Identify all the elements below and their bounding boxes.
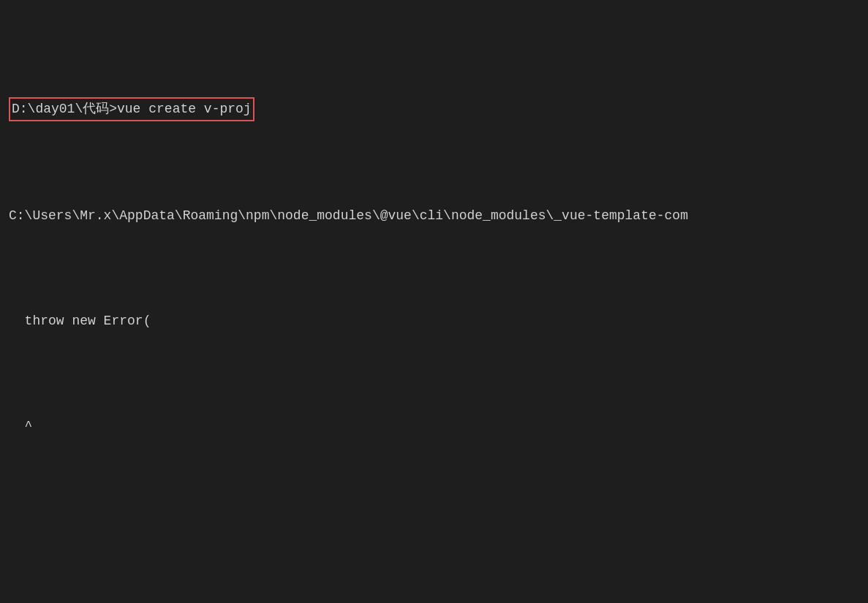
blank-line-1: [9, 521, 859, 542]
path-line: C:\Users\Mr.x\AppData\Roaming\npm\node_m…: [9, 205, 859, 227]
throw-line: throw new Error(: [9, 311, 859, 332]
command-line: D:\day01\代码>vue create v-proj: [9, 97, 859, 121]
caret-line: ^: [9, 416, 859, 437]
command-highlight: D:\day01\代码>vue create v-proj: [9, 97, 254, 121]
terminal-window: D:\day01\代码>vue create v-proj C:\Users\M…: [0, 7, 868, 603]
